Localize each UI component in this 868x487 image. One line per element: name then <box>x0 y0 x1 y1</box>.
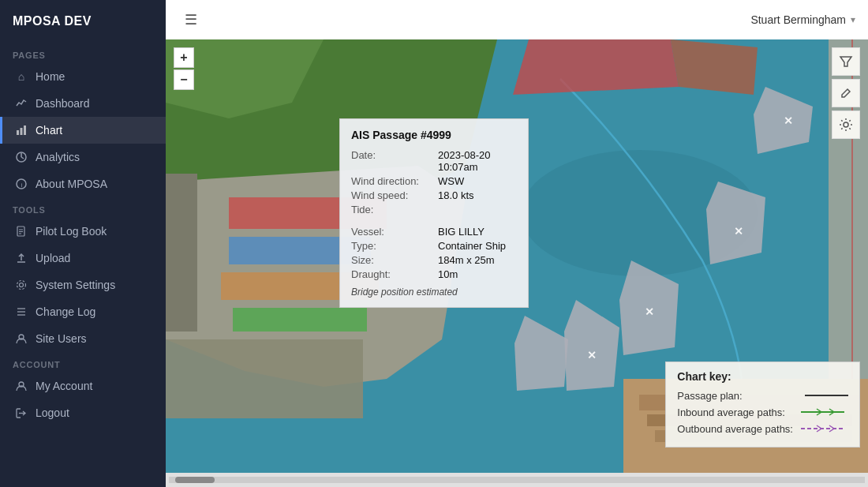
chart-key: Chart key: Passage plan: Inbound average… <box>665 362 860 448</box>
right-toolbar <box>832 47 860 139</box>
sidebar-item-about-label: About MPOSA <box>36 178 107 190</box>
zoom-in-button[interactable]: + <box>174 47 194 68</box>
map-settings-button[interactable] <box>832 111 860 139</box>
svg-line-5 <box>21 157 24 159</box>
key-row-passage: Passage plan: <box>677 389 848 402</box>
sidebar-item-my-account-label: My Account <box>36 380 92 392</box>
upload-icon <box>15 252 28 264</box>
popup-label-date: Date: <box>351 149 438 173</box>
key-line-inbound <box>801 406 848 418</box>
chart-key-title: Chart key: <box>677 370 848 383</box>
sidebar-item-analytics[interactable]: Analytics <box>0 144 166 170</box>
hamburger-button[interactable]: ☰ <box>178 8 204 32</box>
sidebar-item-logout-label: Logout <box>36 406 69 419</box>
user-menu[interactable]: Stuart Bermingham ▾ <box>750 13 855 26</box>
user-name: Stuart Bermingham <box>750 13 846 26</box>
popup-row-draught: Draught: 10m <box>351 268 517 280</box>
section-label-account: Account <box>0 352 166 373</box>
edit-button[interactable] <box>832 79 860 107</box>
svg-marker-48 <box>671 39 758 95</box>
svg-rect-1 <box>21 128 23 135</box>
main-content: ☰ Stuart Bermingham ▾ <box>166 0 868 487</box>
file-icon <box>15 225 28 238</box>
popup-value-wind-speed: 18.0 kts <box>438 189 474 201</box>
sidebar-item-change-log[interactable]: Change Log <box>0 298 166 325</box>
sidebar-item-home[interactable]: ⌂ Home <box>0 63 166 90</box>
chart-icon <box>15 124 28 137</box>
popup-value-draught: 10m <box>438 268 458 280</box>
svg-text:✕: ✕ <box>734 225 743 238</box>
popup-title: AIS Passage #4999 <box>351 129 517 141</box>
dashboard-icon <box>15 97 28 110</box>
list-icon <box>15 305 28 318</box>
key-row-inbound: Inbound average paths: <box>677 406 848 418</box>
svg-rect-2 <box>24 125 26 135</box>
popup-value-vessel: BIG LILLY <box>438 226 485 238</box>
sidebar: MPOSA DEV Pages ⌂ Home Dashboard Chart <box>0 0 166 487</box>
sidebar-item-chart-label: Chart <box>36 124 62 137</box>
popup-label-tide: Tide: <box>351 204 438 215</box>
key-line-passage <box>801 389 848 402</box>
sidebar-item-my-account[interactable]: My Account <box>0 373 166 399</box>
svg-rect-30 <box>166 339 363 418</box>
svg-rect-29 <box>166 174 197 332</box>
svg-text:✕: ✕ <box>645 305 654 318</box>
section-label-tools: Tools <box>0 197 166 218</box>
logout-icon <box>15 406 28 419</box>
sidebar-item-chart[interactable]: Chart <box>0 117 166 144</box>
map-view[interactable]: ✕ ✕ ✕ ✕ + − <box>166 39 868 487</box>
horizontal-scrollbar[interactable] <box>166 473 868 487</box>
popup-label-type: Type: <box>351 240 438 252</box>
popup-label-size: Size: <box>351 254 438 266</box>
sidebar-item-site-users[interactable]: Site Users <box>0 325 166 352</box>
zoom-out-button[interactable]: − <box>174 69 194 90</box>
section-label-pages: Pages <box>0 43 166 63</box>
analytics-icon <box>15 151 28 163</box>
sidebar-item-about[interactable]: i About MPOSA <box>0 170 166 197</box>
popup-label-wind-dir: Wind direction: <box>351 175 438 187</box>
svg-text:✕: ✕ <box>784 114 793 127</box>
svg-point-13 <box>20 283 24 287</box>
vessel-info-popup: AIS Passage #4999 Date: 2023-08-20 10:07… <box>339 118 529 308</box>
popup-row-wind-dir: Wind direction: WSW <box>351 175 517 187</box>
scroll-thumb[interactable] <box>175 477 215 483</box>
zoom-controls: + − <box>174 47 194 90</box>
popup-value-date: 2023-08-20 10:07am <box>438 149 517 173</box>
svg-rect-28 <box>233 308 367 332</box>
sidebar-item-system-settings-label: System Settings <box>36 279 115 291</box>
popup-value-type: Container Ship <box>438 240 506 252</box>
popup-value-wind-dir: WSW <box>438 175 464 187</box>
popup-label-wind-speed: Wind speed: <box>351 189 438 201</box>
app-title: MPOSA DEV <box>0 0 166 43</box>
svg-rect-0 <box>17 130 19 135</box>
filter-button[interactable] <box>832 47 860 76</box>
sidebar-item-system-settings[interactable]: System Settings <box>0 272 166 298</box>
my-account-icon <box>15 380 28 392</box>
svg-marker-49 <box>840 57 851 66</box>
info-icon: i <box>15 178 28 190</box>
users-icon <box>15 332 28 345</box>
key-row-outbound: Outbound average paths: <box>677 422 848 435</box>
sidebar-item-upload[interactable]: Upload <box>0 245 166 272</box>
key-line-outbound <box>801 422 848 435</box>
svg-text:✕: ✕ <box>587 349 597 362</box>
scroll-track[interactable] <box>169 477 865 483</box>
sidebar-item-site-users-label: Site Users <box>36 332 87 345</box>
popup-row-date: Date: 2023-08-20 10:07am <box>351 149 517 173</box>
popup-row-wind-speed: Wind speed: 18.0 kts <box>351 189 517 201</box>
svg-marker-47 <box>513 39 679 95</box>
svg-text:i: i <box>21 182 23 189</box>
home-icon: ⌂ <box>15 70 28 83</box>
sidebar-item-pilot-log-book[interactable]: Pilot Log Book <box>0 218 166 245</box>
sidebar-item-logout[interactable]: Logout <box>0 399 166 426</box>
sidebar-item-pilot-log-label: Pilot Log Book <box>36 225 107 238</box>
popup-note: Bridge position estimated <box>351 287 517 298</box>
settings-icon <box>15 279 28 291</box>
key-label-inbound: Inbound average paths: <box>677 406 785 418</box>
popup-label-vessel: Vessel: <box>351 226 438 238</box>
topbar: ☰ Stuart Bermingham ▾ <box>166 0 868 39</box>
svg-point-14 <box>17 281 26 290</box>
popup-row-type: Type: Container Ship <box>351 240 517 252</box>
sidebar-item-dashboard-label: Dashboard <box>36 97 90 110</box>
sidebar-item-dashboard[interactable]: Dashboard <box>0 90 166 117</box>
